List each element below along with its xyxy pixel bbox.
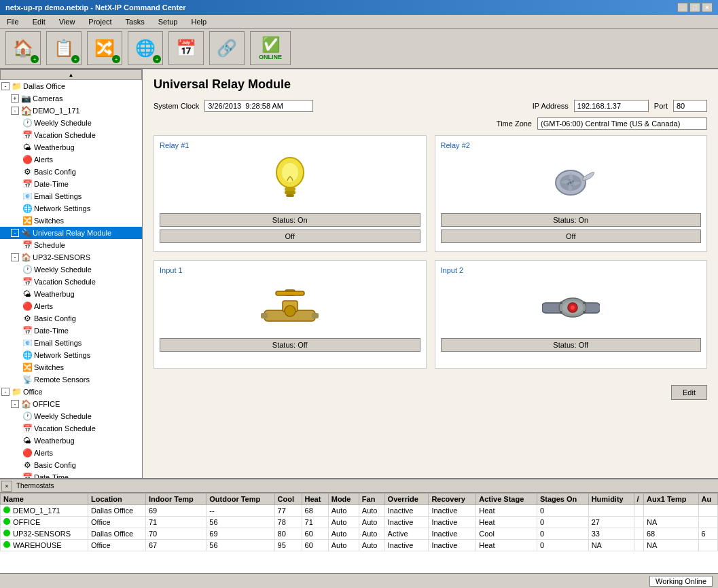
ip-address-input[interactable]	[574, 100, 649, 112]
relay-module-button[interactable]: 🔗	[209, 31, 245, 65]
sidebar-item-weekly-schedule-2[interactable]: 🕐 Weekly Schedule	[0, 263, 142, 276]
sidebar-item-weekly-schedule-3[interactable]: 🕐 Weekly Schedule	[0, 410, 142, 422]
weatherbug-2-label: Weatherbug	[34, 290, 75, 298]
menu-item-tasks[interactable]: Tasks	[122, 16, 149, 27]
menu-item-edit[interactable]: Edit	[29, 16, 50, 27]
sidebar-item-weekly-schedule-1[interactable]: 🕐 Weekly Schedule	[0, 117, 142, 129]
office-label: Office	[23, 388, 43, 396]
sidebar-item-network-settings-1[interactable]: 🌐 Network Settings	[0, 202, 142, 215]
sidebar-item-office[interactable]: - 📁 Office	[0, 386, 142, 398]
sidebar-item-switches-1[interactable]: 🔀 Switches	[0, 215, 142, 227]
svg-point-12	[285, 306, 295, 316]
expand-office-icon[interactable]: -	[1, 388, 10, 396]
sidebar-item-weatherbug-2[interactable]: 🌤 Weatherbug	[0, 288, 142, 300]
minimize-button[interactable]: _	[677, 3, 688, 12]
close-panel-button[interactable]: ×	[1, 481, 12, 492]
expand-up32-icon[interactable]: -	[11, 253, 19, 261]
table-row[interactable]: OFFICEOffice71567871AutoAutoInactiveInac…	[1, 517, 718, 528]
schedule-button[interactable]: 📅	[168, 31, 204, 65]
table-row[interactable]: DEMO_1_171Dallas Office69--7768AutoAutoI…	[1, 505, 718, 517]
cell-location: Dallas Office	[88, 528, 145, 540]
sidebar-item-up32sensors[interactable]: - 🏠 UP32-SENSORS	[0, 251, 142, 263]
edit-button[interactable]: Edit	[671, 385, 707, 400]
main-layout: ▲ - 📁 Dallas Office + 📷 Cameras - 🏠 DEMO…	[0, 69, 718, 478]
sidebar-item-alerts-3[interactable]: 🔴 Alerts	[0, 447, 142, 459]
add-network-button[interactable]: 🌐 +	[128, 31, 163, 65]
menu-item-setup[interactable]: Setup	[154, 16, 182, 27]
scroll-up-button[interactable]: ▲	[0, 69, 142, 80]
sidebar-item-alerts-1[interactable]: 🔴 Alerts	[0, 153, 142, 166]
menu-item-file[interactable]: File	[3, 16, 23, 27]
relay1-status-button[interactable]: Status: On	[160, 213, 420, 227]
sidebar-item-demo1171[interactable]: - 🏠 DEMO_1_171	[0, 105, 142, 117]
relay2-toggle-button[interactable]: Off	[441, 229, 702, 243]
remote-sensor1-icon: 📡	[22, 374, 33, 385]
vacation-schedule-2-label: Vacation Schedule	[34, 278, 96, 286]
sidebar-item-dallas-office[interactable]: - 📁 Dallas Office	[0, 80, 142, 92]
online-status-button[interactable]: ✅ ONLINE	[250, 31, 291, 65]
dallas-office-label: Dallas Office	[23, 82, 65, 90]
sidebar-item-remote-sensors-1[interactable]: 📡 Remote Sensors	[0, 373, 142, 386]
expand-demo-icon[interactable]: -	[11, 107, 19, 115]
input2-status-button[interactable]: Status: Off	[441, 338, 702, 352]
sidebar-item-basic-config-1[interactable]: ⚙ Basic Config	[0, 166, 142, 178]
sidebar-item-vacation-schedule-1[interactable]: 📅 Vacation Schedule	[0, 129, 142, 141]
sidebar-item-basic-config-2[interactable]: ⚙ Basic Config	[0, 312, 142, 325]
expand-office-device-icon[interactable]: -	[11, 400, 19, 408]
clock2-icon: 🕐	[22, 264, 33, 275]
menu-item-project[interactable]: Project	[84, 16, 115, 27]
sidebar-item-datetime-3[interactable]: 📅 Date-Time	[0, 471, 142, 478]
statusbar: Working Online	[0, 573, 718, 588]
cell-indoor: 67	[145, 540, 206, 551]
relay1-toggle-button[interactable]: Off	[160, 229, 420, 243]
basic-config-2-label: Basic Config	[34, 314, 76, 323]
sidebar-item-basic-config-3[interactable]: ⚙ Basic Config	[0, 459, 142, 471]
sidebar-item-cameras[interactable]: + 📷 Cameras	[0, 92, 142, 105]
expand-dallas-icon[interactable]: -	[1, 82, 10, 90]
input1-title: Input 1	[160, 266, 420, 274]
sidebar-item-office-device[interactable]: - 🏠 OFFICE	[0, 398, 142, 410]
menu-item-view[interactable]: View	[55, 16, 79, 27]
system-clock-input[interactable]	[204, 100, 313, 112]
cell-name: UP32-SENSORS	[1, 528, 88, 540]
table-row[interactable]: WAREHOUSEOffice67569560AutoAutoInactiveI…	[1, 540, 718, 551]
add-location-button[interactable]: 🏠 +	[5, 31, 41, 65]
expand-cameras-icon[interactable]: +	[11, 94, 19, 103]
weekly-schedule-2-label: Weekly Schedule	[34, 265, 92, 274]
menu-item-help[interactable]: Help	[187, 16, 211, 27]
sidebar-item-datetime-2[interactable]: 📅 Date-Time	[0, 325, 142, 337]
cell-mode: Auto	[328, 540, 359, 551]
cell-cool: 78	[274, 517, 302, 528]
switch2-icon: 🔀	[22, 362, 33, 373]
sidebar-item-weatherbug-3[interactable]: 🌤 Weatherbug	[0, 435, 142, 447]
sidebar-item-vacation-schedule-3[interactable]: 📅 Vacation Schedule	[0, 422, 142, 435]
expand-relay-icon[interactable]: -	[11, 229, 19, 237]
sidebar-item-schedule-relay[interactable]: 📅 Schedule	[0, 239, 142, 251]
table-row[interactable]: UP32-SENSORSDallas Office70698060AutoAut…	[1, 528, 718, 540]
sidebar-item-weatherbug-1[interactable]: 🌤 Weatherbug	[0, 141, 142, 153]
input1-image	[160, 278, 420, 333]
sidebar-item-network-settings-2[interactable]: 🌐 Network Settings	[0, 349, 142, 361]
maximize-button[interactable]: □	[689, 3, 700, 12]
cell-override: Inactive	[384, 517, 429, 528]
sidebar-item-datetime-1[interactable]: 📅 Date-Time	[0, 178, 142, 190]
close-button[interactable]: ×	[702, 3, 713, 12]
sidebar-item-universal-relay[interactable]: - 🔌 Universal Relay Module	[0, 227, 142, 239]
sidebar-item-email-settings-2[interactable]: 📧 Email Settings	[0, 337, 142, 349]
sidebar-item-email-settings-1[interactable]: 📧 Email Settings	[0, 190, 142, 202]
port-input[interactable]	[673, 100, 707, 112]
add-device-button[interactable]: 📋 +	[46, 31, 82, 65]
sidebar-item-switches-2[interactable]: 🔀 Switches	[0, 361, 142, 373]
cell-name: WAREHOUSE	[1, 540, 88, 551]
add-relay-button[interactable]: 🔀 +	[87, 31, 122, 65]
sidebar-item-vacation-schedule-2[interactable]: 📅 Vacation Schedule	[0, 276, 142, 288]
relay2-status-button[interactable]: Status: On	[441, 213, 702, 227]
timezone-input[interactable]	[537, 117, 707, 130]
cell-stages: 0	[537, 540, 588, 551]
sidebar-item-alerts-2[interactable]: 🔴 Alerts	[0, 300, 142, 312]
input1-status-button[interactable]: Status: Off	[160, 338, 420, 352]
relay1-box: Relay #1 Status: On Off	[154, 135, 427, 252]
clock3-icon: 🕐	[22, 411, 33, 422]
basic-config-3-label: Basic Config	[34, 461, 76, 469]
cell-stage: Heat	[476, 517, 537, 528]
